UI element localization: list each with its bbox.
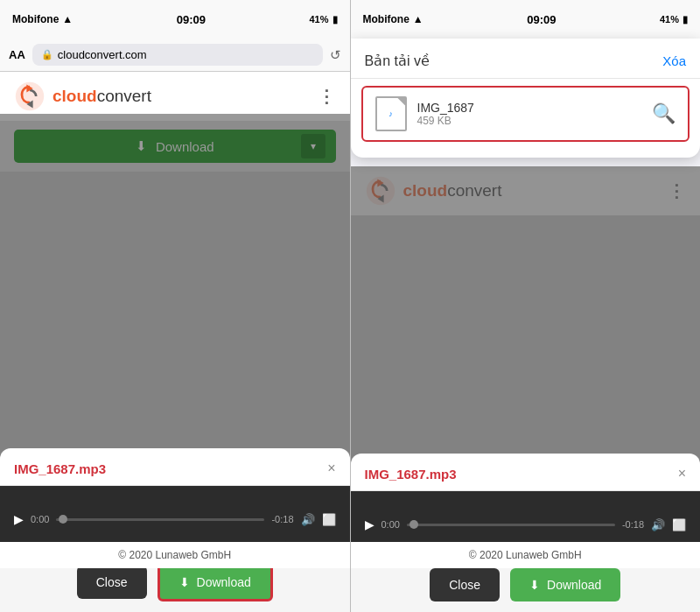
dl-info: IMG_1687 459 KB [417,101,642,127]
download-panel: Bản tải về Xóa ♪ IMG_1687 459 KB 🔍 [351,39,701,158]
volume-icon-left[interactable]: 🔊 [301,513,315,526]
dl-filename: IMG_1687 [417,101,642,115]
progress-bar-right[interactable] [407,524,615,526]
status-bar-left: Mobifone ▲ 09:09 41% ▮ [0,0,350,39]
modal-close-left[interactable]: × [327,461,335,476]
battery-left: 41% [309,14,328,25]
cc-logo-brand: cloud [52,87,97,105]
screen-icon-right[interactable]: ⬜ [672,518,686,531]
play-button-left[interactable]: ▶ [14,512,24,526]
download-button-left[interactable]: ⬇ Download [158,563,273,601]
footer-right: © 2020 Lunaweb GmbH [351,542,701,568]
cc-logo-left: cloudconvert [14,81,151,112]
battery-right: 41% [660,14,679,25]
time-start-right: 0:00 [382,519,400,530]
progress-dot-right [410,520,418,529]
download-label-modal-right: Download [547,578,601,592]
dl-search-icon[interactable]: 🔍 [652,102,676,125]
browser-bar-left: AA 🔒 cloudconvert.com ↺ [0,39,350,72]
dl-filesize: 459 KB [417,115,642,127]
time-end-right: -0:18 [622,519,644,530]
time-left: 09:09 [177,13,206,26]
modal-header-right: IMG_1687.mp3 × [351,454,701,491]
modal-left: IMG_1687.mp3 × ▶ 0:00 -0:18 🔊 ⬜ Close ⬇ … [0,448,350,612]
progress-bar-left[interactable] [56,518,264,521]
wifi-icon-right: ▲ [413,13,424,25]
status-left-right: Mobifone ▲ [363,13,424,25]
modal-title-right: IMG_1687.mp3 [365,467,457,482]
panel-clear-button[interactable]: Xóa [662,53,686,68]
status-right: 41% ▮ [309,14,337,25]
download-button-right[interactable]: ⬇ Download [510,568,620,601]
battery-icon-right: ▮ [682,14,688,25]
play-button-right[interactable]: ▶ [365,517,374,531]
modal-title-left: IMG_1687.mp3 [14,461,106,476]
close-button-left[interactable]: Close [77,566,147,599]
cc-dots-left[interactable]: ⋮ [318,86,336,107]
time-end-left: -0:18 [271,514,293,524]
cc-logo-text-left: cloudconvert [52,87,151,106]
status-right-right: 41% ▮ [660,14,688,25]
download-label-modal-left: Download [197,575,251,589]
file-icon: ♪ [375,96,407,131]
carrier-right: Mobifone [363,13,410,25]
modal-close-right[interactable]: × [678,466,686,482]
status-bar-right: Mobifone ▲ 09:09 41% ▮ [351,0,701,39]
footer-left: © 2020 Lunaweb GmbH [0,542,350,568]
left-phone: Mobifone ▲ 09:09 41% ▮ AA 🔒 cloudconvert… [0,0,350,612]
screen-icon-left[interactable]: ⬜ [322,513,336,526]
time-start-left: 0:00 [31,514,49,524]
modal-header-left: IMG_1687.mp3 × [0,448,350,486]
modal-right: IMG_1687.mp3 × ▶ 0:00 -0:18 🔊 ⬜ Close ⬇ … [351,454,701,612]
modal-overlay-left: IMG_1687.mp3 × ▶ 0:00 -0:18 🔊 ⬜ Close ⬇ … [0,114,350,612]
panel-title: Bản tải về [365,53,430,69]
url-bar-left[interactable]: 🔒 cloudconvert.com [32,44,323,66]
cc-logo-icon-left [14,81,46,112]
carrier-left: Mobifone [12,13,59,25]
battery-icon-left: ▮ [332,14,338,25]
time-right: 09:09 [527,13,556,26]
progress-dot-left [59,515,67,524]
wifi-icon: ▲ [62,13,73,25]
file-type-icon: ♪ [388,109,393,118]
download-icon-modal-left: ⬇ [179,575,190,589]
volume-icon-right[interactable]: 🔊 [651,518,665,531]
status-left: Mobifone ▲ [12,13,73,25]
aa-text-left[interactable]: AA [9,48,25,61]
right-phone: Mobifone ▲ 09:09 41% ▮ AA 🔒 cloudconvert… [351,0,701,612]
lock-icon-left: 🔒 [41,49,53,60]
close-button-right[interactable]: Close [430,568,500,601]
refresh-icon-left[interactable]: ↺ [330,47,341,63]
url-text-left: cloudconvert.com [58,48,147,61]
download-item[interactable]: ♪ IMG_1687 459 KB 🔍 [361,86,690,142]
download-icon-modal-right: ⬇ [529,578,540,592]
panel-header: Bản tải về Xóa [351,47,701,79]
